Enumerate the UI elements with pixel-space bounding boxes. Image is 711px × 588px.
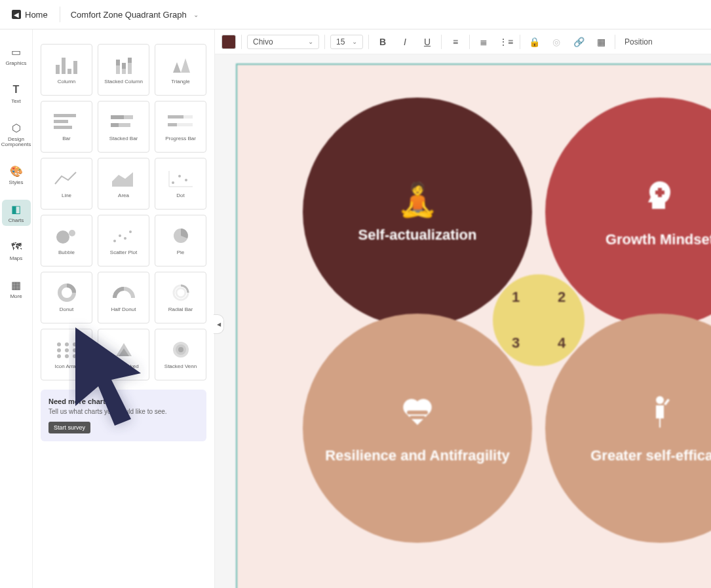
font-size-select[interactable]: 15 ⌄ [330, 35, 363, 49]
chevron-down-icon: ⌄ [308, 38, 313, 45]
list-numbered-button[interactable]: ≣ [475, 33, 492, 50]
lock-button[interactable]: 🔒 [526, 33, 543, 50]
svg-point-37 [73, 354, 77, 358]
align-button[interactable]: ≡ [447, 33, 464, 50]
area-icon [111, 169, 137, 189]
chart-type-scatter[interactable]: Scatter Plot [98, 215, 149, 266]
palette-icon: 🎨 [10, 164, 23, 177]
chart-type-pie[interactable]: Pie [155, 215, 206, 266]
home-button[interactable]: ◀ Home [5, 7, 54, 22]
svg-rect-8 [119, 123, 130, 127]
charts-icon: ◧ [10, 202, 23, 215]
svg-marker-0 [173, 62, 181, 73]
dot-icon [168, 169, 194, 189]
svg-point-29 [57, 342, 61, 346]
svg-rect-12 [168, 123, 177, 126]
svg-point-28 [176, 288, 185, 297]
svg-rect-4 [54, 126, 72, 129]
rail-item-charts[interactable]: ◧ Charts [2, 200, 31, 226]
svg-rect-2 [54, 114, 76, 117]
chart-type-bar[interactable]: Bar [41, 101, 92, 153]
chart-type-radial[interactable]: Radial Bar [155, 272, 206, 323]
italic-button[interactable]: I [396, 33, 413, 50]
svg-rect-5 [111, 115, 124, 119]
document-title-dropdown[interactable]: Comfort Zone Quadrant Graph ⌄ [66, 7, 204, 22]
svg-point-34 [73, 348, 77, 352]
feedback-button[interactable]: Start survey [48, 422, 90, 433]
chart-type-half-donut[interactable]: Half Donut [98, 272, 149, 323]
rail-item-text[interactable]: T Text [2, 81, 31, 107]
svg-point-35 [57, 354, 61, 358]
svg-point-33 [65, 348, 69, 352]
stacked-venn-icon [168, 340, 194, 359]
color-swatch[interactable] [221, 35, 236, 49]
chart-type-stacked-venn[interactable]: Stacked Venn [155, 329, 206, 380]
link-button[interactable]: 🔗 [570, 33, 587, 50]
svg-point-23 [124, 237, 126, 240]
chart-type-dot[interactable]: Dot [155, 158, 206, 210]
target-button[interactable]: ◎ [548, 33, 565, 50]
svg-rect-3 [54, 120, 68, 123]
text-icon: T [10, 83, 23, 96]
canvas[interactable]: 🧘 Self-actualization Growth Mindset R [215, 54, 711, 588]
svg-point-30 [65, 342, 69, 346]
heart-hands-icon [398, 392, 437, 439]
home-label: Home [25, 10, 48, 20]
svg-point-21 [113, 240, 116, 242]
donut-icon [54, 283, 80, 303]
svg-point-16 [185, 179, 187, 181]
chart-type-icon-array[interactable]: Icon Array [41, 329, 92, 380]
left-rail: ▭ Graphics T Text ⬡ Design Components 🎨 … [0, 29, 33, 588]
pie-icon [168, 226, 194, 246]
column-icon [54, 55, 80, 75]
chart-type-triangle[interactable]: Triangle [155, 44, 206, 96]
chart-type-donut[interactable]: Donut [41, 272, 92, 323]
rail-item-graphics[interactable]: ▭ Graphics [2, 43, 31, 69]
chart-type-progress-bar[interactable]: Progress Bar [155, 101, 206, 153]
rail-item-maps[interactable]: 🗺 Maps [2, 238, 31, 264]
center-number-circle[interactable]: 1 2 3 4 [493, 274, 585, 366]
chart-type-stacked-bar[interactable]: Stacked Bar [98, 101, 149, 153]
svg-point-45 [656, 396, 664, 404]
chart-type-area[interactable]: Area [98, 158, 149, 210]
underline-button[interactable]: U [419, 33, 436, 50]
canvas-area: Chivo ⌄ 15 ⌄ B I U ≡ ≣ ⋮≡ 🔒 ◎ 🔗 ▦ Positi… [215, 29, 711, 588]
svg-rect-10 [168, 115, 183, 119]
meditate-icon: 🧘 [397, 181, 438, 219]
chart-type-bubble[interactable]: Bubble [41, 215, 92, 266]
half-donut-icon [111, 283, 137, 303]
chart-type-icon-stacked[interactable]: Icon Stacked [98, 329, 149, 380]
bar-icon [54, 112, 80, 132]
icon-array-icon [54, 340, 80, 359]
svg-rect-44 [410, 416, 425, 419]
artboard[interactable]: 🧘 Self-actualization Growth Mindset R [236, 64, 711, 588]
chart-type-column[interactable]: Column [41, 44, 92, 96]
components-icon: ⬡ [10, 121, 23, 134]
rail-item-design-components[interactable]: ⬡ Design Components [2, 119, 31, 150]
svg-point-36 [65, 354, 69, 358]
rail-item-styles[interactable]: 🎨 Styles [2, 162, 31, 188]
back-icon: ◀ [12, 10, 21, 19]
scatter-icon [111, 226, 137, 246]
svg-point-32 [57, 348, 61, 352]
svg-marker-13 [112, 172, 133, 187]
transparency-button[interactable]: ▦ [592, 33, 609, 50]
rail-item-more[interactable]: ▦ More [2, 276, 31, 302]
svg-point-31 [73, 342, 77, 346]
panel-collapse-handle[interactable]: ◀ [214, 314, 224, 334]
chart-type-stacked-column[interactable]: Stacked Column [98, 44, 149, 96]
position-button[interactable]: Position [621, 37, 657, 46]
divider [60, 7, 60, 22]
bold-button[interactable]: B [374, 33, 391, 50]
feedback-text: Tell us what charts you would like to se… [48, 408, 199, 415]
list-bullet-button[interactable]: ⋮≡ [497, 33, 514, 50]
svg-point-15 [178, 175, 181, 177]
font-family-select[interactable]: Chivo ⌄ [247, 35, 319, 49]
svg-point-14 [172, 181, 174, 184]
feedback-title: Need more charts? [48, 397, 199, 405]
stacked-bar-icon [111, 112, 137, 132]
chevron-down-icon: ⌄ [193, 11, 199, 18]
chart-type-line[interactable]: Line [41, 158, 92, 210]
bubble-icon [54, 226, 80, 246]
svg-point-24 [129, 230, 132, 233]
